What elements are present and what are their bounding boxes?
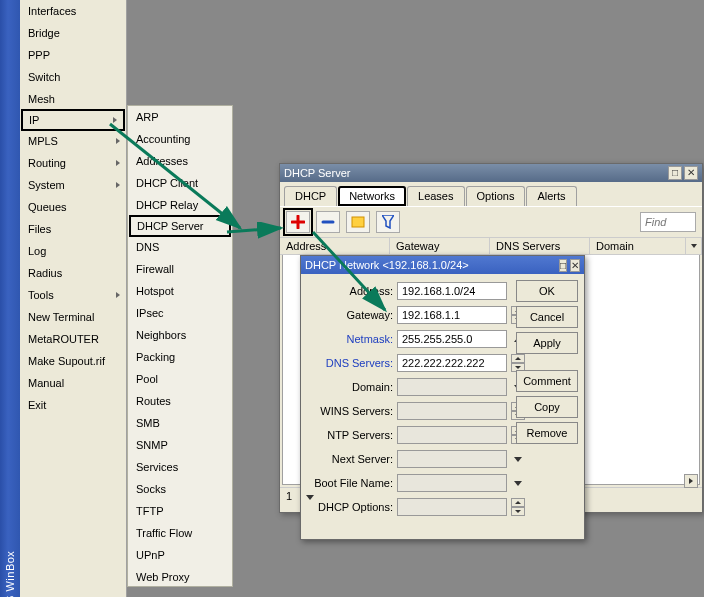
minimize-icon[interactable]: □: [668, 166, 682, 180]
filter-button[interactable]: [376, 211, 400, 233]
submenu-item-smb[interactable]: SMB: [128, 412, 232, 434]
next-expand-icon[interactable]: [511, 450, 525, 468]
submenu-item-firewall[interactable]: Firewall: [128, 258, 232, 280]
dhcpopt-field[interactable]: [397, 498, 507, 516]
wins-label: WINS Servers:: [307, 405, 393, 417]
domain-label: Domain:: [307, 381, 393, 393]
boot-arrow-icon[interactable]: [301, 488, 317, 506]
add-button[interactable]: [286, 211, 310, 233]
column-address[interactable]: Address: [280, 238, 390, 254]
submenu-item-routes[interactable]: Routes: [128, 390, 232, 412]
submenu-item-pool[interactable]: Pool: [128, 368, 232, 390]
copy-button[interactable]: Copy: [516, 396, 578, 418]
dns-label: DNS Servers:: [307, 357, 393, 369]
menu-item-interfaces[interactable]: Interfaces: [20, 0, 126, 22]
dns-field[interactable]: [397, 354, 507, 372]
column-dns[interactable]: DNS Servers: [490, 238, 590, 254]
submenu-item-web-proxy[interactable]: Web Proxy: [128, 566, 232, 588]
submenu-item-dns[interactable]: DNS: [128, 236, 232, 258]
menu-item-bridge[interactable]: Bridge: [20, 22, 126, 44]
submenu-item-addresses[interactable]: Addresses: [128, 150, 232, 172]
menu-item-tools[interactable]: Tools: [20, 284, 126, 306]
column-gateway[interactable]: Gateway: [390, 238, 490, 254]
boot-label: Boot File Name:: [307, 477, 393, 489]
menu-item-files[interactable]: Files: [20, 218, 126, 240]
tab-networks[interactable]: Networks: [338, 186, 406, 206]
menu-item-manual[interactable]: Manual: [20, 372, 126, 394]
menu-item-metarouter[interactable]: MetaROUTER: [20, 328, 126, 350]
tab-options[interactable]: Options: [466, 186, 526, 206]
address-field[interactable]: [397, 282, 507, 300]
next-field[interactable]: [397, 450, 507, 468]
menu-item-routing[interactable]: Routing: [20, 152, 126, 174]
dhcp-window-titlebar[interactable]: DHCP Server □ ✕: [280, 164, 702, 182]
submenu-item-tftp[interactable]: TFTP: [128, 500, 232, 522]
submenu-item-services[interactable]: Services: [128, 456, 232, 478]
tab-leases[interactable]: Leases: [407, 186, 464, 206]
app-title: DS WinBox: [4, 551, 16, 597]
domain-field[interactable]: [397, 378, 507, 396]
dhcpopt-stepper[interactable]: [511, 498, 525, 516]
boot-expand-icon[interactable]: [511, 474, 525, 492]
dhcpopt-label: DHCP Options:: [307, 501, 393, 513]
tab-dhcp[interactable]: DHCP: [284, 186, 337, 206]
submenu-item-socks[interactable]: Socks: [128, 478, 232, 500]
boot-field[interactable]: [397, 474, 507, 492]
gateway-label: Gateway:: [307, 309, 393, 321]
menu-item-make-supout-rif[interactable]: Make Supout.rif: [20, 350, 126, 372]
ntp-field[interactable]: [397, 426, 507, 444]
menu-item-system[interactable]: System: [20, 174, 126, 196]
net-titlebar[interactable]: DHCP Network <192.168.1.0/24> □ ✕: [301, 256, 584, 274]
column-domain[interactable]: Domain: [590, 238, 686, 254]
menu-item-switch[interactable]: Switch: [20, 66, 126, 88]
netmask-label: Netmask:: [307, 333, 393, 345]
menu-item-mesh[interactable]: Mesh: [20, 88, 126, 110]
netmask-field[interactable]: [397, 330, 507, 348]
close-icon[interactable]: ✕: [684, 166, 698, 180]
minimize-icon[interactable]: □: [559, 259, 567, 272]
column-menu-icon[interactable]: [686, 238, 702, 254]
menu-item-exit[interactable]: Exit: [20, 394, 126, 416]
menu-item-queues[interactable]: Queues: [20, 196, 126, 218]
submenu-item-snmp[interactable]: SNMP: [128, 434, 232, 456]
gateway-field[interactable]: [397, 306, 507, 324]
ok-button[interactable]: OK: [516, 280, 578, 302]
dhcp-list-header: Address Gateway DNS Servers Domain: [280, 237, 702, 255]
submenu-item-dhcp-client[interactable]: DHCP Client: [128, 172, 232, 194]
net-buttons: OK Cancel Apply Comment Copy Remove: [516, 280, 578, 444]
wins-field[interactable]: [397, 402, 507, 420]
menu-item-new-terminal[interactable]: New Terminal: [20, 306, 126, 328]
submenu-item-hotspot[interactable]: Hotspot: [128, 280, 232, 302]
menu-item-ip[interactable]: IP: [21, 109, 125, 131]
remove-button[interactable]: [316, 211, 340, 233]
cancel-button[interactable]: Cancel: [516, 306, 578, 328]
submenu-item-ipsec[interactable]: IPsec: [128, 302, 232, 324]
submenu-item-traffic-flow[interactable]: Traffic Flow: [128, 522, 232, 544]
menu-item-log[interactable]: Log: [20, 240, 126, 262]
comment-button[interactable]: [346, 211, 370, 233]
menu-item-mpls[interactable]: MPLS: [20, 130, 126, 152]
remove-button[interactable]: Remove: [516, 422, 578, 444]
ntp-label: NTP Servers:: [307, 429, 393, 441]
find-input[interactable]: [641, 216, 695, 228]
submenu-item-accounting[interactable]: Accounting: [128, 128, 232, 150]
apply-button[interactable]: Apply: [516, 332, 578, 354]
submenu-item-dhcp-server[interactable]: DHCP Server: [129, 215, 231, 237]
comment-button[interactable]: Comment: [516, 370, 578, 392]
net-form: Address: Gateway: Netmask: DNS Servers: …: [301, 274, 535, 524]
submenu-item-upnp[interactable]: UPnP: [128, 544, 232, 566]
find-box[interactable]: [640, 212, 696, 232]
menu-item-radius[interactable]: Radius: [20, 262, 126, 284]
main-menu: InterfacesBridgePPPSwitchMeshIPMPLSRouti…: [20, 0, 127, 597]
menu-item-ppp[interactable]: PPP: [20, 44, 126, 66]
address-label: Address:: [307, 285, 393, 297]
tab-alerts[interactable]: Alerts: [526, 186, 576, 206]
submenu-item-neighbors[interactable]: Neighbors: [128, 324, 232, 346]
scroll-right-icon[interactable]: [684, 474, 698, 488]
submenu-item-dhcp-relay[interactable]: DHCP Relay: [128, 194, 232, 216]
ip-submenu: ARPAccountingAddressesDHCP ClientDHCP Re…: [127, 105, 233, 587]
submenu-item-arp[interactable]: ARP: [128, 106, 232, 128]
submenu-item-packing[interactable]: Packing: [128, 346, 232, 368]
close-icon[interactable]: ✕: [570, 259, 580, 272]
dhcp-network-window: DHCP Network <192.168.1.0/24> □ ✕ Addres…: [300, 255, 585, 540]
